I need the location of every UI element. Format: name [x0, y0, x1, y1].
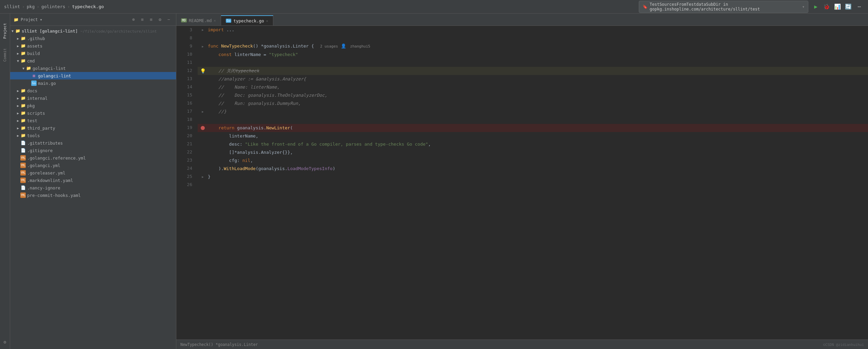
- yaml-file-icon-3: YML: [20, 170, 26, 176]
- code-text-18: [208, 116, 868, 124]
- debug-button[interactable]: 🐞: [822, 2, 831, 12]
- run-config-label: TestSourcesFromTestdataSubDir in gopkg.i…: [650, 2, 800, 12]
- fold-icon-25[interactable]: ▶: [201, 175, 205, 179]
- gitignore-icon: 📄: [20, 148, 26, 153]
- breadcrumb-golinters[interactable]: golinters: [41, 4, 65, 9]
- github-arrow: ▶: [16, 36, 20, 41]
- sidebar-tab-project[interactable]: Project: [2, 22, 8, 40]
- tree-item-test[interactable]: ▶ 📁 test: [10, 117, 176, 124]
- file-tree-close-btn[interactable]: −: [165, 16, 173, 23]
- file-tree-header: 📁 Project ▾ ⊕ ≡ ≡ ⚙ −: [10, 14, 176, 26]
- status-right: ©CSDN @zidianhuihui: [823, 343, 864, 347]
- tree-item-golangci-lint-folder[interactable]: ▼ 📁 golangci-lint: [10, 65, 176, 72]
- run-config-box[interactable]: 🔖 TestSourcesFromTestdataSubDir in gopkg…: [639, 1, 808, 13]
- code-line-3: ▶ import ...: [198, 26, 868, 34]
- file-tree-collapse-btn[interactable]: ≡: [139, 16, 146, 23]
- third-party-label: third_party: [27, 126, 55, 131]
- breakpoint-dot[interactable]: [201, 126, 205, 130]
- tab-readme[interactable]: MD README.md ✕: [176, 15, 221, 25]
- tab-typecheck[interactable]: Go typecheck.go ✕: [221, 15, 273, 25]
- file-tree-dropdown-icon[interactable]: ▾: [40, 17, 42, 22]
- code-text-15: // Doc: goanalysis.TheOnlyanalyzerDoc,: [208, 91, 868, 99]
- binary-file-icon: ■: [31, 73, 37, 78]
- internal-label: internal: [27, 96, 47, 101]
- tree-item-build[interactable]: ▶ 📁 build: [10, 50, 176, 57]
- code-line-25: ▶ }: [198, 173, 868, 181]
- gutter-17: ▶: [198, 110, 208, 114]
- breadcrumb: sllint › pkg › golinters › typecheck.go: [4, 4, 104, 9]
- file-tree-title: 📁 Project ▾: [14, 17, 42, 22]
- tree-item-docs[interactable]: ▶ 📁 docs: [10, 87, 176, 94]
- gutter-12: 💡: [198, 67, 208, 75]
- more-button[interactable]: ⋯: [854, 2, 864, 12]
- tree-item-internal[interactable]: ▶ 📁 internal: [10, 94, 176, 102]
- code-text-21: desc: "Like the front-end of a Go compil…: [208, 140, 868, 148]
- code-area[interactable]: ▶ import ... ▶ func: [195, 26, 868, 339]
- test-label: test: [27, 118, 37, 123]
- tree-item-pkg[interactable]: ▶ 📁 pkg: [10, 102, 176, 109]
- lightbulb-icon[interactable]: 💡: [200, 67, 206, 75]
- code-line-11: [198, 59, 868, 67]
- tree-item-github[interactable]: ▶ 📁 .github: [10, 35, 176, 42]
- tab-bar: MD README.md ✕ Go typecheck.go ✕: [176, 14, 868, 26]
- third-party-arrow: ▶: [16, 126, 20, 130]
- editor-area: MD README.md ✕ Go typecheck.go ✕ 3 8 9 1…: [176, 14, 868, 349]
- profile-button[interactable]: 📊: [833, 2, 842, 12]
- yaml-file-icon-4: YML: [20, 178, 26, 183]
- tree-item-tools[interactable]: ▶ 📁 tools: [10, 132, 176, 139]
- tree-item-pre-commit[interactable]: ▶ YML pre-commit-hooks.yaml: [10, 191, 176, 199]
- breadcrumb-pkg[interactable]: pkg: [27, 4, 35, 9]
- tree-item-cmd[interactable]: ▼ 📁 cmd: [10, 57, 176, 65]
- editor-content: 3 8 9 10 11 12 13 14 15 16 17 18 19 20 2…: [176, 26, 868, 339]
- file-tree-settings-btn[interactable]: ⚙: [156, 16, 164, 23]
- tree-item-assets[interactable]: ▶ 📁 assets: [10, 42, 176, 50]
- coverage-button[interactable]: 🔄: [844, 2, 853, 12]
- test-arrow: ▶: [16, 118, 20, 123]
- sidebar-tab-commit[interactable]: Commit: [2, 47, 8, 63]
- tab-readme-close[interactable]: ✕: [214, 19, 216, 22]
- gutter-19: [198, 126, 208, 130]
- fold-icon-9[interactable]: ▶: [201, 44, 205, 49]
- file-tree-label: Project: [21, 17, 38, 22]
- tree-item-gitattributes[interactable]: ▶ 📄 .gitattributes: [10, 139, 176, 147]
- file-tree-expand-btn[interactable]: ≡: [147, 16, 155, 23]
- fold-icon-17[interactable]: ▶: [201, 110, 205, 114]
- file-tree-content[interactable]: ▼ 📁 sllint [golangci-lint] ~/file/code/g…: [10, 26, 176, 349]
- go-tab-icon: Go: [226, 19, 232, 23]
- tree-item-golangci-lint-bin[interactable]: ▶ ■ golangci-lint: [10, 72, 176, 79]
- tree-item-golangci-yml[interactable]: ▶ YML .golangci.yml: [10, 162, 176, 169]
- tab-typecheck-close[interactable]: ✕: [266, 19, 268, 23]
- settings-icon-btn[interactable]: ⚙: [1, 337, 9, 346]
- code-line-9: ▶ func NewTypecheck() *goanalysis.Linter…: [198, 42, 868, 51]
- fold-icon-3[interactable]: ▶: [201, 28, 205, 32]
- gutter-3: ▶: [198, 28, 208, 32]
- tree-item-golangci-ref-yml[interactable]: ▶ YML .golangci.reference.yml: [10, 154, 176, 162]
- scripts-folder-icon: 📁: [20, 110, 26, 116]
- nancy-ignore-label: .nancy-ignore: [27, 185, 60, 190]
- gutter-9: ▶: [198, 44, 208, 49]
- assets-arrow: ▶: [16, 43, 20, 48]
- tree-item-gitignore[interactable]: ▶ 📄 .gitignore: [10, 147, 176, 154]
- code-text-9: func NewTypecheck() *goanalysis.Linter {…: [208, 42, 868, 51]
- tree-item-markdownlint-yaml[interactable]: ▶ YML .markdownlint.yaml: [10, 177, 176, 184]
- line-numbers: 3 8 9 10 11 12 13 14 15 16 17 18 19 20 2…: [176, 26, 195, 339]
- file-tree-icon: 📁: [14, 17, 19, 22]
- markdownlint-yaml-label: .markdownlint.yaml: [27, 178, 73, 183]
- tree-item-nancy-ignore[interactable]: ▶ 📄 .nancy-ignore: [10, 184, 176, 191]
- breadcrumb-file[interactable]: typecheck.go: [72, 4, 104, 9]
- tree-item-scripts[interactable]: ▶ 📁 scripts: [10, 109, 176, 117]
- pkg-arrow: ▶: [16, 103, 20, 108]
- tree-item-third-party[interactable]: ▶ 📁 third_party: [10, 124, 176, 132]
- code-text-25: }: [208, 173, 868, 181]
- root-arrow: ▼: [10, 29, 15, 33]
- code-text-22: []*analysis.Analyzer{}},: [208, 148, 868, 157]
- file-tree-actions: ⊕ ≡ ≡ ⚙ −: [130, 16, 173, 23]
- tree-item-root[interactable]: ▼ 📁 sllint [golangci-lint] ~/file/code/g…: [10, 27, 176, 35]
- code-line-24: ).WithLoadMode(goanalysis.LoadModeTypesI…: [198, 165, 868, 173]
- tree-item-goreleaser-yml[interactable]: ▶ YML .goreleaser.yml: [10, 169, 176, 177]
- file-tree-locate-btn[interactable]: ⊕: [130, 16, 137, 23]
- toolbar-right: 🔖 TestSourcesFromTestdataSubDir in gopkg…: [639, 1, 864, 13]
- tree-item-main-go[interactable]: ▶ Go main.go: [10, 79, 176, 87]
- run-button[interactable]: ▶: [811, 2, 821, 12]
- breadcrumb-sllint[interactable]: sllint: [4, 4, 20, 9]
